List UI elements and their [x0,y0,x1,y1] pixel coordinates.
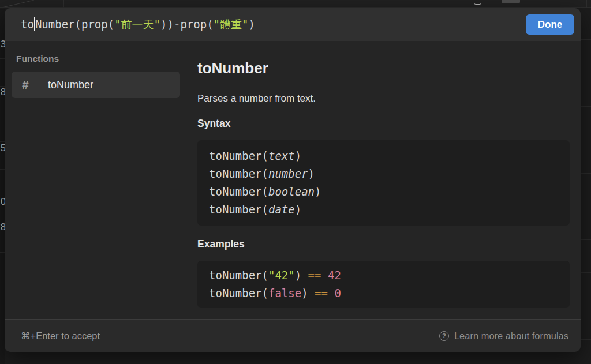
done-button[interactable]: Done [526,14,574,35]
background-row-divider [0,141,5,142]
accept-shortcut-hint: ⌘+Enter to accept [21,331,100,342]
learn-more-label: Learn more about formulas [454,331,568,342]
examples-code-block: toNumber("42") == 42toNumber(false) == 0 [197,261,570,308]
hash-icon: # [22,78,36,92]
background-column-divider [184,0,184,8]
background-row-divider [581,39,591,40]
formula-editor-modal: toNumber(prop("前一天"))-prop("體重") Done Fu… [5,8,581,352]
formula-input-bar[interactable]: toNumber(prop("前一天"))-prop("體重") Done [5,8,581,41]
formula-editor-footer: ⌘+Enter to accept ? Learn more about for… [5,319,581,352]
background-table-header-strip [0,0,591,8]
functions-section-label: Functions [5,54,185,63]
background-column-divider [63,0,64,8]
background-square-icon [474,0,481,5]
formula-expression-input[interactable]: toNumber(prop("前一天"))-prop("體重") [21,17,526,32]
learn-more-link[interactable]: ? Learn more about formulas [439,331,568,342]
background-cell-digit: 3 [1,39,5,50]
background-cell-digit: 8 [1,222,5,233]
background-row-divider [0,58,5,59]
function-title: toNumber [197,59,570,77]
background-table-right-edge [581,9,591,364]
background-row-divider [581,306,591,306]
background-row-divider [581,239,591,240]
background-row-divider [0,114,5,114]
background-diagonal-line [3,0,34,7]
syntax-heading: Syntax [197,118,570,130]
background-row-divider [0,31,5,31]
examples-heading: Examples [197,238,570,250]
syntax-code-block: toNumber(text)toNumber(number)toNumber(b… [197,140,570,226]
background-row-divider [581,272,591,273]
background-column-divider [304,0,304,8]
background-row-divider [0,169,5,170]
background-row-divider [581,173,591,174]
background-row-divider [581,339,591,340]
function-docs-panel: toNumber Parses a number from text. Synt… [185,41,581,319]
background-row-divider [581,106,591,107]
background-toolbar-remnant [502,0,520,3]
help-circle-icon: ? [439,331,449,341]
background-column-divider [586,0,587,8]
background-row-divider [581,140,591,140]
background-cell-digit: 8 [1,87,5,98]
background-row-divider [581,73,591,73]
function-description: Parses a number from text. [197,92,570,105]
background-row-divider [0,280,5,280]
sidebar-item-tonumber[interactable]: # toNumber [12,72,180,98]
background-cell-digit: 0 [1,196,5,208]
background-row-divider [581,207,591,207]
background-row-divider [0,252,5,253]
background-column-divider [424,0,424,8]
formula-editor-body: Functions # toNumber toNumber Parses a n… [5,41,581,319]
background-cell-digit: 5 [1,142,5,154]
background-table-left-edge: 3 8 5 0 8 [0,9,5,364]
functions-sidebar: Functions # toNumber [5,41,185,319]
sidebar-item-label: toNumber [48,79,93,91]
